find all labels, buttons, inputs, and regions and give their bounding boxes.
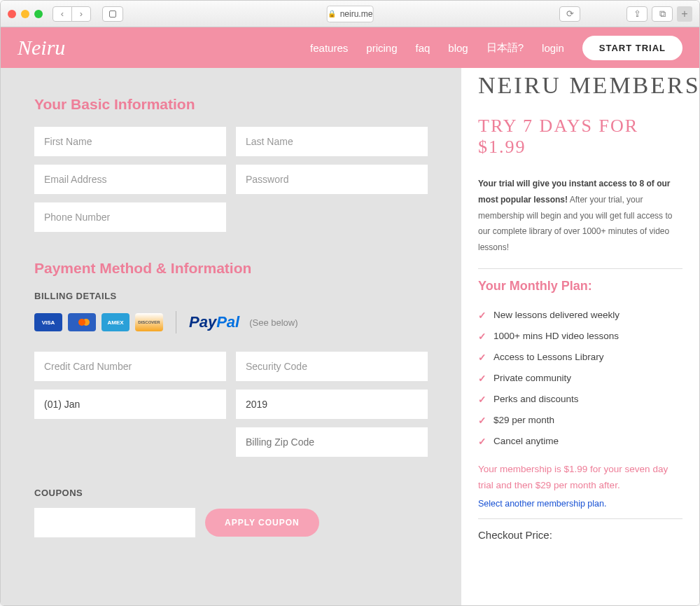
- trial-description: Your trial will give you instant access …: [478, 176, 682, 256]
- checkout-price-label: Checkout Price:: [478, 529, 682, 541]
- email-field[interactable]: [34, 165, 226, 194]
- price-note: Your membership is $1.99 for your seven …: [478, 462, 682, 494]
- nav-blog[interactable]: blog: [448, 42, 468, 54]
- payment-methods: VISA AMEX DISCOVER PayPal (See below): [34, 311, 428, 333]
- other-plan-link[interactable]: Select another membership plan.: [478, 499, 606, 509]
- apply-coupon-button[interactable]: APPLY COUPON: [205, 509, 319, 537]
- nav-back-forward: ‹ ›: [52, 6, 91, 22]
- maximize-window-icon[interactable]: [34, 10, 43, 18]
- brand-logo[interactable]: Neiru: [18, 36, 65, 60]
- url-text: neiru.me: [340, 9, 373, 19]
- site-nav: Neiru features pricing faq blog 日本語? log…: [1, 27, 699, 68]
- back-button[interactable]: ‹: [52, 6, 72, 22]
- start-trial-button[interactable]: START TRIAL: [582, 36, 682, 60]
- divider: [176, 311, 176, 333]
- close-window-icon[interactable]: [8, 10, 16, 18]
- new-tab-button[interactable]: +: [677, 6, 692, 22]
- cvv-field[interactable]: [236, 352, 428, 381]
- url-bar[interactable]: 🔒 neiru.me: [327, 6, 374, 22]
- password-field[interactable]: [236, 165, 428, 194]
- plan-heading: Your Monthly Plan:: [478, 279, 682, 294]
- nav-pricing[interactable]: pricing: [366, 42, 397, 54]
- amex-icon: AMEX: [102, 313, 130, 331]
- divider: [478, 268, 682, 269]
- list-item: Private community: [478, 368, 682, 389]
- browser-titlebar: ‹ › 🔒 neiru.me ⟳ ⇪ ⧉ +: [1, 1, 699, 27]
- phone-field[interactable]: [34, 202, 226, 232]
- list-item: Access to Lessons Library: [478, 347, 682, 368]
- sidebar-toggle-button[interactable]: [102, 6, 123, 22]
- visa-icon: VISA: [34, 313, 62, 331]
- minimize-window-icon[interactable]: [21, 10, 29, 18]
- payment-heading: Payment Method & Information: [34, 260, 428, 277]
- cc-number-field[interactable]: [34, 352, 226, 381]
- paypal-note: (See below): [249, 317, 298, 328]
- nav-language[interactable]: 日本語?: [486, 41, 524, 55]
- list-item: 1000+ mins HD video lessons: [478, 326, 682, 347]
- trial-subtitle: TRY 7 DAYS FOR $1.99: [478, 116, 682, 158]
- plan-sidebar: NEIRU MEMBERSHIP TRY 7 DAYS FOR $1.99 Yo…: [461, 68, 699, 605]
- reload-button[interactable]: ⟳: [559, 6, 580, 22]
- first-name-field[interactable]: [34, 127, 226, 156]
- membership-title: NEIRU MEMBERSHIP: [478, 72, 682, 99]
- nav-faq[interactable]: faq: [415, 42, 430, 54]
- divider: [478, 518, 682, 519]
- share-button[interactable]: ⇪: [626, 6, 648, 22]
- exp-year-select[interactable]: 2019: [236, 390, 428, 419]
- zip-field[interactable]: [236, 427, 428, 457]
- discover-icon: DISCOVER: [135, 313, 163, 331]
- lock-icon: 🔒: [328, 10, 336, 18]
- list-item: Cancel anytime: [478, 431, 682, 452]
- nav-login[interactable]: login: [542, 42, 564, 54]
- coupons-label: COUPONS: [34, 488, 428, 498]
- forward-button[interactable]: ›: [71, 6, 91, 22]
- feature-list: New lessons delivered weekly 1000+ mins …: [478, 305, 682, 452]
- tabs-button[interactable]: ⧉: [652, 6, 673, 22]
- list-item: $29 per month: [478, 410, 682, 431]
- basic-info-heading: Your Basic Information: [34, 96, 428, 113]
- list-item: Perks and discounts: [478, 389, 682, 410]
- nav-features[interactable]: features: [310, 42, 348, 54]
- traffic-lights: [8, 10, 43, 18]
- coupon-field[interactable]: [34, 508, 195, 537]
- last-name-field[interactable]: [236, 127, 428, 156]
- mastercard-icon: [68, 313, 96, 331]
- list-item: New lessons delivered weekly: [478, 305, 682, 326]
- exp-month-select[interactable]: (01) Jan: [34, 390, 226, 419]
- billing-details-label: BILLING DETAILS: [34, 291, 428, 301]
- checkout-form: Your Basic Information Payment Method & …: [1, 68, 461, 605]
- paypal-icon[interactable]: PayPal: [189, 313, 239, 331]
